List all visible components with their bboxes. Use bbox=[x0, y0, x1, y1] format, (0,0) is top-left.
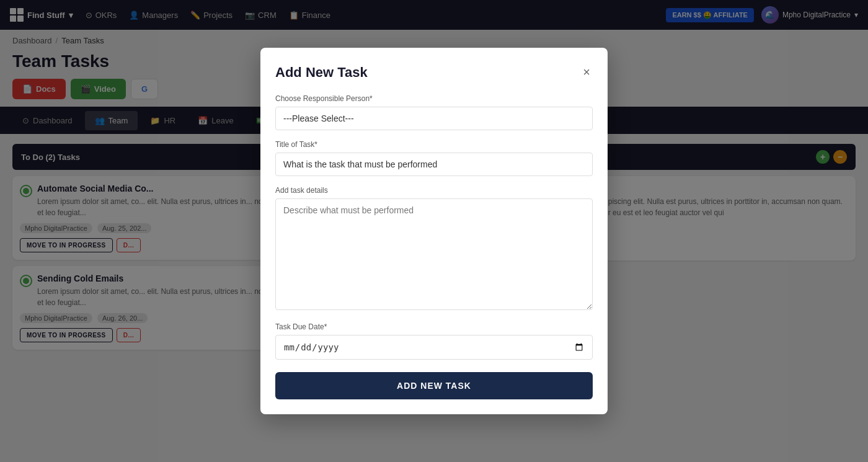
responsible-field-group: Choose Responsible Person* ---Please Sel… bbox=[275, 94, 593, 130]
task-title-label: Title of Task* bbox=[275, 140, 593, 149]
task-details-label: Add task details bbox=[275, 186, 593, 195]
modal-header: Add New Task × bbox=[275, 63, 593, 82]
modal-title: Add New Task bbox=[275, 64, 368, 81]
responsible-label: Choose Responsible Person* bbox=[275, 94, 593, 103]
task-details-input[interactable] bbox=[275, 198, 593, 310]
due-date-field-group: Task Due Date* bbox=[275, 322, 593, 360]
modal-close-button[interactable]: × bbox=[580, 63, 593, 82]
task-title-field-group: Title of Task* bbox=[275, 140, 593, 176]
modal: Add New Task × Choose Responsible Person… bbox=[260, 48, 608, 414]
task-title-input[interactable] bbox=[275, 153, 593, 176]
add-task-submit-button[interactable]: ADD NEW TASK bbox=[275, 372, 593, 399]
due-date-input[interactable] bbox=[275, 335, 593, 360]
due-date-label: Task Due Date* bbox=[275, 322, 593, 331]
task-details-field-group: Add task details bbox=[275, 186, 593, 313]
responsible-select[interactable]: ---Please Select--- bbox=[275, 107, 593, 130]
modal-overlay[interactable]: Add New Task × Choose Responsible Person… bbox=[0, 0, 868, 462]
